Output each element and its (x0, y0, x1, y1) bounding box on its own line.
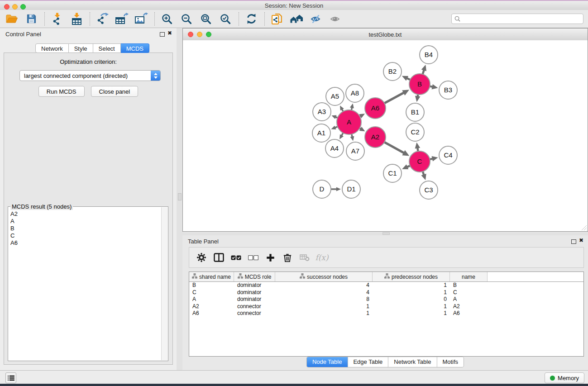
tab-network[interactable]: Network (35, 43, 69, 53)
tab-mcds[interactable]: MCDS (121, 43, 149, 53)
memory-button[interactable]: Memory (545, 372, 584, 383)
result-list-item[interactable]: A (10, 218, 162, 225)
export-table-icon[interactable] (115, 12, 129, 26)
delete-columns-trash-icon[interactable] (282, 252, 293, 263)
export-image-icon[interactable] (134, 12, 148, 26)
zoom-selected-icon[interactable] (218, 12, 233, 26)
float-panel-icon[interactable] (160, 32, 165, 37)
graph-node-A7[interactable]: A7 (346, 142, 364, 160)
edge-arrowhead (331, 126, 336, 129)
graph-node-B1[interactable]: B1 (406, 103, 424, 121)
tab-network-table[interactable]: Network Table (388, 357, 437, 367)
hide-panel-eye-slash-icon[interactable] (309, 12, 323, 26)
table-row[interactable]: A2connector11A2 (189, 303, 583, 310)
network-window-titlebar[interactable]: testGlobe.txt (183, 29, 588, 41)
result-list-item[interactable]: B (10, 225, 162, 232)
tab-select[interactable]: Select (93, 43, 121, 53)
table-cell: A2 (189, 303, 234, 310)
tab-edge-table[interactable]: Edge Table (348, 357, 388, 367)
graph-node-B2[interactable]: B2 (383, 62, 402, 81)
control-panel: Control Panel ✖ Network Style Select MCD… (0, 28, 177, 370)
tab-node-table[interactable]: Node Table (307, 357, 348, 367)
graph-node-C3[interactable]: C3 (420, 181, 438, 199)
graph-node-B[interactable]: B (409, 74, 430, 95)
graph-node-A5[interactable]: A5 (326, 87, 344, 105)
run-mcds-button[interactable]: Run MCDS (38, 86, 85, 97)
column-header[interactable]: name (450, 272, 488, 281)
table-body[interactable]: Bdominator41BCdominator41CAdominator80AA… (189, 282, 583, 356)
deselect-all-checkboxes-icon[interactable] (247, 252, 259, 263)
import-network-icon[interactable] (50, 12, 64, 26)
zoom-out-icon[interactable] (179, 12, 194, 26)
graph-node-A3[interactable]: A3 (313, 103, 331, 121)
column-header[interactable]: MCDS role (234, 272, 275, 281)
add-column-icon[interactable] (264, 252, 276, 263)
column-header[interactable]: shared name (189, 272, 234, 281)
criterion-select[interactable]: largest connected component (directed) (19, 70, 161, 81)
tab-motifs[interactable]: Motifs (437, 357, 464, 367)
table-cell: A (189, 296, 234, 303)
graph-node-D[interactable]: D (313, 180, 331, 198)
memory-label: Memory (558, 375, 579, 381)
table-row[interactable]: Bdominator41B (189, 282, 583, 289)
network-canvas[interactable]: AA6A2BCA5A8A3A1A4A7B2B4B3B1C2C4C1C3DD1 (183, 40, 588, 231)
column-header[interactable]: successor nodes (275, 272, 373, 281)
search-box[interactable] (451, 14, 583, 24)
svg-text:A: A (347, 118, 351, 126)
table-panel-title: Table Panel (188, 238, 219, 245)
result-list-item[interactable]: C (10, 232, 162, 239)
zoom-fit-icon[interactable] (199, 12, 213, 26)
clone-network-icon[interactable] (270, 12, 284, 26)
task-history-button[interactable] (5, 372, 16, 383)
network-view-title: testGlobe.txt (183, 31, 588, 38)
float-panel-icon[interactable] (571, 239, 576, 244)
tab-style[interactable]: Style (69, 43, 93, 53)
close-panel-icon[interactable]: ✖ (579, 237, 583, 243)
graph-node-B4[interactable]: B4 (420, 46, 438, 64)
search-input[interactable] (462, 15, 580, 23)
show-columns-icon[interactable] (213, 252, 225, 263)
result-list-item[interactable]: A6 (10, 239, 162, 247)
graph-node-A[interactable]: A (337, 110, 361, 134)
graph-node-A4[interactable]: A4 (325, 139, 344, 157)
window-title: Session: New Session (0, 2, 588, 9)
splitter-grip-horizontal[interactable] (382, 232, 390, 235)
graph-node-C[interactable]: C (409, 151, 430, 172)
column-header[interactable]: predecessor nodes (373, 272, 450, 281)
export-network-icon[interactable] (95, 12, 110, 26)
save-session-icon[interactable] (24, 12, 38, 26)
network-view-window: testGlobe.txt AA6A2BCA5A8A3A1A4A7B2B4B3B… (182, 28, 588, 232)
result-list-item[interactable]: A2 (10, 210, 162, 218)
edge-arrowhead (432, 84, 438, 89)
open-file-icon[interactable] (5, 12, 19, 26)
graph-node-C1[interactable]: C1 (383, 164, 402, 182)
table-row[interactable]: Cdominator41C (189, 289, 583, 296)
graph-node-B3[interactable]: B3 (439, 81, 457, 99)
table-row[interactable]: A6connector11A6 (189, 310, 583, 317)
graph-node-C2[interactable]: C2 (406, 123, 424, 141)
graph-node-A1[interactable]: A1 (312, 124, 330, 142)
show-panel-eye-icon[interactable] (328, 12, 343, 26)
graph-node-A8[interactable]: A8 (346, 84, 364, 102)
mcds-result-list[interactable]: A2ABCA6 (9, 210, 162, 360)
svg-text:A6: A6 (371, 104, 379, 112)
settings-gear-icon[interactable] (196, 252, 207, 263)
splitter-grip-vertical[interactable] (178, 193, 182, 200)
table-cell: dominator (234, 289, 275, 296)
combo-stepper-icon[interactable] (151, 71, 160, 81)
zoom-in-icon[interactable] (160, 12, 174, 26)
table-row[interactable]: Adominator80A (189, 296, 583, 303)
graph-node-C4[interactable]: C4 (439, 146, 457, 164)
resize-grip-icon[interactable] (581, 224, 587, 231)
select-all-checkboxes-icon[interactable] (230, 252, 242, 263)
graph-node-D1[interactable]: D1 (342, 180, 360, 198)
result-scrollbar[interactable] (161, 207, 167, 360)
refresh-layout-icon[interactable] (244, 12, 258, 26)
close-panel-button[interactable]: Close panel (91, 86, 139, 97)
home-icon[interactable] (289, 12, 304, 26)
graph-node-A2[interactable]: A2 (365, 127, 386, 148)
import-table-icon[interactable] (69, 12, 84, 26)
close-panel-icon[interactable]: ✖ (167, 30, 172, 36)
graph-node-A6[interactable]: A6 (365, 98, 386, 119)
svg-text:B1: B1 (411, 108, 419, 116)
